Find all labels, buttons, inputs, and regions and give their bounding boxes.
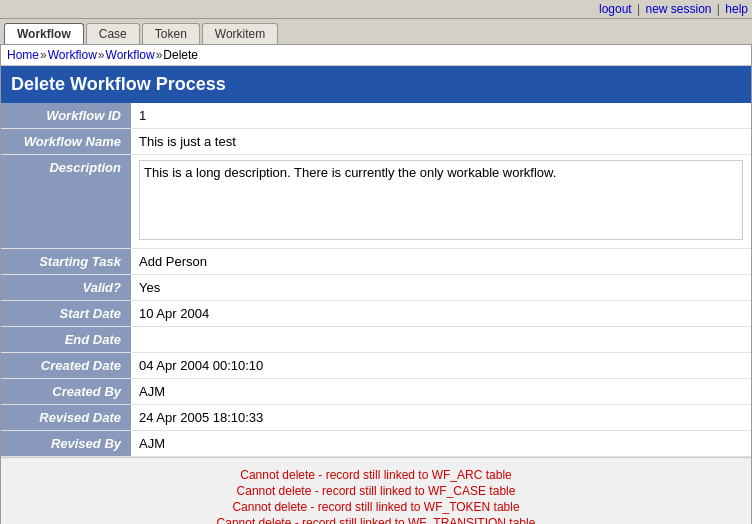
table-row: Workflow ID 1 xyxy=(1,103,751,129)
field-value-start-date: 10 Apr 2004 xyxy=(131,301,751,327)
table-row: Start Date 10 Apr 2004 xyxy=(1,301,751,327)
field-value-workflow-id: 1 xyxy=(131,103,751,129)
top-links: logout | new session | help xyxy=(599,2,748,16)
field-label-created-by: Created By xyxy=(1,379,131,405)
breadcrumb-current: Delete xyxy=(163,48,198,62)
error-msg-1: Cannot delete - record still linked to W… xyxy=(9,468,743,482)
tab-case[interactable]: Case xyxy=(86,23,140,44)
field-value-workflow-name: This is just a test xyxy=(131,129,751,155)
breadcrumb: Home»Workflow»Workflow»Delete xyxy=(1,45,751,66)
tab-workitem[interactable]: Workitem xyxy=(202,23,278,44)
tab-token[interactable]: Token xyxy=(142,23,200,44)
logout-link[interactable]: logout xyxy=(599,2,632,16)
field-label-workflow-id: Workflow ID xyxy=(1,103,131,129)
field-value-created-date: 04 Apr 2004 00:10:10 xyxy=(131,353,751,379)
form-table: Workflow ID 1 Workflow Name This is just… xyxy=(1,103,751,457)
field-value-valid: Yes xyxy=(131,275,751,301)
field-label-revised-date: Revised Date xyxy=(1,405,131,431)
table-row: Description xyxy=(1,155,751,249)
field-value-end-date xyxy=(131,327,751,353)
table-row: Workflow Name This is just a test xyxy=(1,129,751,155)
field-value-description xyxy=(131,155,751,249)
main-content: Home»Workflow»Workflow»Delete Delete Wor… xyxy=(0,44,752,524)
field-label-description: Description xyxy=(1,155,131,249)
breadcrumb-workflow[interactable]: Workflow xyxy=(106,48,155,62)
tab-workflow[interactable]: Workflow xyxy=(4,23,84,44)
breadcrumb-home[interactable]: Home xyxy=(7,48,39,62)
new-session-link[interactable]: new session xyxy=(645,2,711,16)
description-textarea[interactable] xyxy=(139,160,743,240)
tabs: Workflow Case Token Workitem xyxy=(0,19,752,44)
field-value-revised-by: AJM xyxy=(131,431,751,457)
field-label-starting-task: Starting Task xyxy=(1,249,131,275)
error-area: Cannot delete - record still linked to W… xyxy=(1,457,751,524)
error-msg-2: Cannot delete - record still linked to W… xyxy=(9,484,743,498)
table-row: Created By AJM xyxy=(1,379,751,405)
help-link[interactable]: help xyxy=(725,2,748,16)
field-label-revised-by: Revised By xyxy=(1,431,131,457)
table-row: Valid? Yes xyxy=(1,275,751,301)
page-title: Delete Workflow Process xyxy=(1,66,751,103)
field-label-created-date: Created Date xyxy=(1,353,131,379)
field-value-created-by: AJM xyxy=(131,379,751,405)
table-row: Starting Task Add Person xyxy=(1,249,751,275)
table-row: End Date xyxy=(1,327,751,353)
table-row: Revised By AJM xyxy=(1,431,751,457)
top-bar: logout | new session | help xyxy=(0,0,752,19)
field-label-start-date: Start Date xyxy=(1,301,131,327)
table-row: Revised Date 24 Apr 2005 18:10:33 xyxy=(1,405,751,431)
field-value-starting-task: Add Person xyxy=(131,249,751,275)
field-label-valid: Valid? xyxy=(1,275,131,301)
field-value-revised-date: 24 Apr 2005 18:10:33 xyxy=(131,405,751,431)
breadcrumb-workflow-root[interactable]: Workflow xyxy=(48,48,97,62)
error-msg-4: Cannot delete - record still linked to W… xyxy=(9,516,743,524)
field-label-workflow-name: Workflow Name xyxy=(1,129,131,155)
error-msg-3: Cannot delete - record still linked to W… xyxy=(9,500,743,514)
table-row: Created Date 04 Apr 2004 00:10:10 xyxy=(1,353,751,379)
field-label-end-date: End Date xyxy=(1,327,131,353)
